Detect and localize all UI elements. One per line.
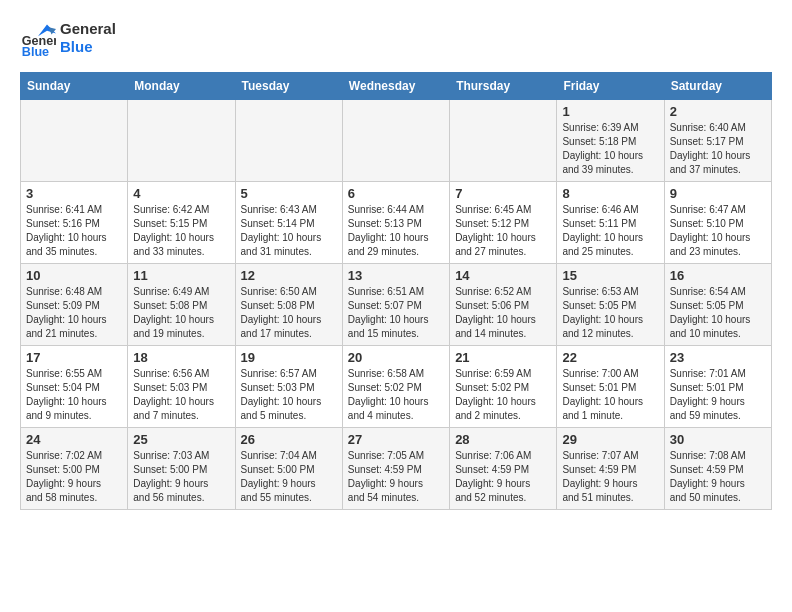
calendar-cell: 23Sunrise: 7:01 AM Sunset: 5:01 PM Dayli… [664,346,771,428]
day-number: 7 [455,186,551,201]
day-info: Sunrise: 6:42 AM Sunset: 5:15 PM Dayligh… [133,203,229,259]
day-info: Sunrise: 7:01 AM Sunset: 5:01 PM Dayligh… [670,367,766,423]
calendar-cell: 25Sunrise: 7:03 AM Sunset: 5:00 PM Dayli… [128,428,235,510]
week-row-4: 17Sunrise: 6:55 AM Sunset: 5:04 PM Dayli… [21,346,772,428]
day-number: 15 [562,268,658,283]
day-info: Sunrise: 7:07 AM Sunset: 4:59 PM Dayligh… [562,449,658,505]
calendar-cell: 16Sunrise: 6:54 AM Sunset: 5:05 PM Dayli… [664,264,771,346]
logo: General Blue General Blue [20,20,116,56]
day-info: Sunrise: 7:05 AM Sunset: 4:59 PM Dayligh… [348,449,444,505]
day-number: 23 [670,350,766,365]
day-number: 25 [133,432,229,447]
calendar-cell: 30Sunrise: 7:08 AM Sunset: 4:59 PM Dayli… [664,428,771,510]
day-number: 27 [348,432,444,447]
calendar-cell: 11Sunrise: 6:49 AM Sunset: 5:08 PM Dayli… [128,264,235,346]
day-info: Sunrise: 6:45 AM Sunset: 5:12 PM Dayligh… [455,203,551,259]
day-number: 11 [133,268,229,283]
day-info: Sunrise: 6:49 AM Sunset: 5:08 PM Dayligh… [133,285,229,341]
day-number: 29 [562,432,658,447]
day-number: 9 [670,186,766,201]
weekday-header-wednesday: Wednesday [342,73,449,100]
week-row-1: 1Sunrise: 6:39 AM Sunset: 5:18 PM Daylig… [21,100,772,182]
day-number: 22 [562,350,658,365]
day-number: 6 [348,186,444,201]
calendar-cell: 29Sunrise: 7:07 AM Sunset: 4:59 PM Dayli… [557,428,664,510]
day-info: Sunrise: 6:52 AM Sunset: 5:06 PM Dayligh… [455,285,551,341]
day-number: 3 [26,186,122,201]
day-number: 1 [562,104,658,119]
calendar-cell: 15Sunrise: 6:53 AM Sunset: 5:05 PM Dayli… [557,264,664,346]
day-number: 19 [241,350,337,365]
calendar-cell: 8Sunrise: 6:46 AM Sunset: 5:11 PM Daylig… [557,182,664,264]
day-info: Sunrise: 6:55 AM Sunset: 5:04 PM Dayligh… [26,367,122,423]
day-info: Sunrise: 6:39 AM Sunset: 5:18 PM Dayligh… [562,121,658,177]
day-info: Sunrise: 6:41 AM Sunset: 5:16 PM Dayligh… [26,203,122,259]
day-number: 13 [348,268,444,283]
weekday-header-friday: Friday [557,73,664,100]
day-info: Sunrise: 6:40 AM Sunset: 5:17 PM Dayligh… [670,121,766,177]
day-number: 24 [26,432,122,447]
calendar-cell: 10Sunrise: 6:48 AM Sunset: 5:09 PM Dayli… [21,264,128,346]
calendar-cell: 21Sunrise: 6:59 AM Sunset: 5:02 PM Dayli… [450,346,557,428]
day-info: Sunrise: 7:04 AM Sunset: 5:00 PM Dayligh… [241,449,337,505]
logo-icon: General Blue [20,20,56,56]
day-number: 10 [26,268,122,283]
week-row-2: 3Sunrise: 6:41 AM Sunset: 5:16 PM Daylig… [21,182,772,264]
day-info: Sunrise: 6:59 AM Sunset: 5:02 PM Dayligh… [455,367,551,423]
calendar-cell: 27Sunrise: 7:05 AM Sunset: 4:59 PM Dayli… [342,428,449,510]
calendar-cell: 5Sunrise: 6:43 AM Sunset: 5:14 PM Daylig… [235,182,342,264]
calendar-cell: 14Sunrise: 6:52 AM Sunset: 5:06 PM Dayli… [450,264,557,346]
day-info: Sunrise: 6:51 AM Sunset: 5:07 PM Dayligh… [348,285,444,341]
day-info: Sunrise: 6:47 AM Sunset: 5:10 PM Dayligh… [670,203,766,259]
calendar-table: SundayMondayTuesdayWednesdayThursdayFrid… [20,72,772,510]
weekday-header-tuesday: Tuesday [235,73,342,100]
weekday-header-thursday: Thursday [450,73,557,100]
calendar-cell: 4Sunrise: 6:42 AM Sunset: 5:15 PM Daylig… [128,182,235,264]
day-number: 8 [562,186,658,201]
day-info: Sunrise: 7:03 AM Sunset: 5:00 PM Dayligh… [133,449,229,505]
day-number: 14 [455,268,551,283]
logo-general: General [60,20,116,38]
day-info: Sunrise: 6:50 AM Sunset: 5:08 PM Dayligh… [241,285,337,341]
calendar-cell: 12Sunrise: 6:50 AM Sunset: 5:08 PM Dayli… [235,264,342,346]
day-info: Sunrise: 7:02 AM Sunset: 5:00 PM Dayligh… [26,449,122,505]
day-number: 20 [348,350,444,365]
calendar-cell [450,100,557,182]
day-info: Sunrise: 6:54 AM Sunset: 5:05 PM Dayligh… [670,285,766,341]
day-info: Sunrise: 7:00 AM Sunset: 5:01 PM Dayligh… [562,367,658,423]
day-info: Sunrise: 7:08 AM Sunset: 4:59 PM Dayligh… [670,449,766,505]
day-number: 28 [455,432,551,447]
day-info: Sunrise: 6:48 AM Sunset: 5:09 PM Dayligh… [26,285,122,341]
day-info: Sunrise: 6:46 AM Sunset: 5:11 PM Dayligh… [562,203,658,259]
day-info: Sunrise: 6:56 AM Sunset: 5:03 PM Dayligh… [133,367,229,423]
day-number: 2 [670,104,766,119]
day-number: 4 [133,186,229,201]
calendar-cell: 17Sunrise: 6:55 AM Sunset: 5:04 PM Dayli… [21,346,128,428]
logo-blue: Blue [60,38,116,56]
weekday-header-saturday: Saturday [664,73,771,100]
day-info: Sunrise: 6:57 AM Sunset: 5:03 PM Dayligh… [241,367,337,423]
calendar-cell: 1Sunrise: 6:39 AM Sunset: 5:18 PM Daylig… [557,100,664,182]
day-number: 21 [455,350,551,365]
day-info: Sunrise: 6:44 AM Sunset: 5:13 PM Dayligh… [348,203,444,259]
weekday-header-row: SundayMondayTuesdayWednesdayThursdayFrid… [21,73,772,100]
header: General Blue General Blue [20,20,772,56]
calendar-cell: 19Sunrise: 6:57 AM Sunset: 5:03 PM Dayli… [235,346,342,428]
calendar-cell: 13Sunrise: 6:51 AM Sunset: 5:07 PM Dayli… [342,264,449,346]
calendar-cell: 26Sunrise: 7:04 AM Sunset: 5:00 PM Dayli… [235,428,342,510]
day-info: Sunrise: 6:58 AM Sunset: 5:02 PM Dayligh… [348,367,444,423]
svg-text:Blue: Blue [22,45,49,56]
calendar-cell [128,100,235,182]
day-number: 30 [670,432,766,447]
calendar-cell: 6Sunrise: 6:44 AM Sunset: 5:13 PM Daylig… [342,182,449,264]
day-info: Sunrise: 6:53 AM Sunset: 5:05 PM Dayligh… [562,285,658,341]
calendar-cell: 9Sunrise: 6:47 AM Sunset: 5:10 PM Daylig… [664,182,771,264]
calendar-cell [21,100,128,182]
day-info: Sunrise: 7:06 AM Sunset: 4:59 PM Dayligh… [455,449,551,505]
week-row-3: 10Sunrise: 6:48 AM Sunset: 5:09 PM Dayli… [21,264,772,346]
day-number: 16 [670,268,766,283]
day-number: 5 [241,186,337,201]
calendar-cell: 7Sunrise: 6:45 AM Sunset: 5:12 PM Daylig… [450,182,557,264]
weekday-header-monday: Monday [128,73,235,100]
day-number: 26 [241,432,337,447]
